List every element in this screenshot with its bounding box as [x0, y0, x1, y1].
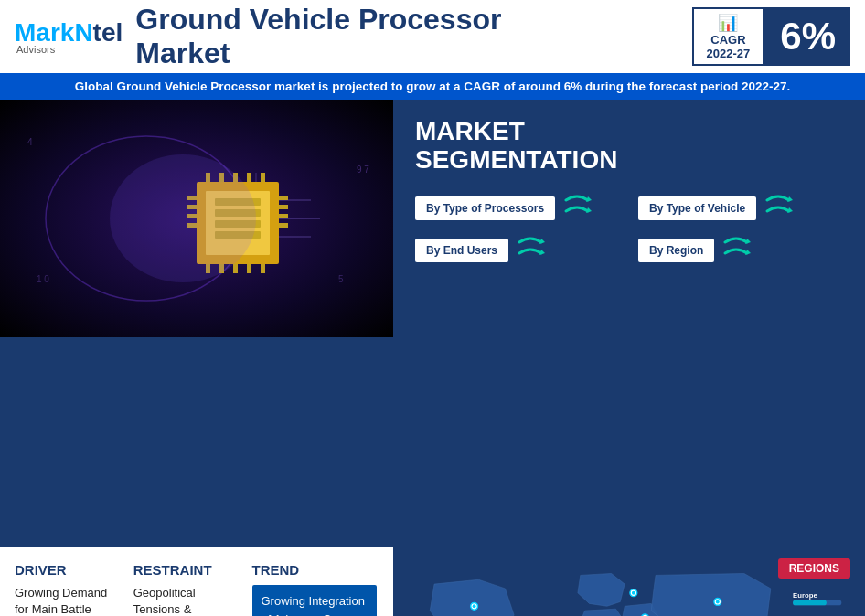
bottom-area: DRIVER Growing Demand for Main Battle Ta…	[0, 547, 865, 616]
driver-title: DRIVER	[15, 562, 119, 578]
trend-title: TREND	[252, 562, 378, 578]
seg-item-processors: By Type of Processors	[415, 193, 620, 224]
cagr-inner: 📊 CAGR 2022-27	[692, 7, 764, 66]
driver-text: Growing Demand for Main Battle Tanks	[15, 585, 119, 616]
banner: Global Ground Vehicle Processor market i…	[0, 73, 865, 100]
regions-badge: REGIONS	[778, 558, 850, 579]
svg-rect-14	[279, 214, 288, 218]
logo-advisors: Advisors	[16, 44, 123, 55]
trend-text: Growing Integration of Advance Sensors t…	[252, 585, 378, 616]
svg-rect-13	[279, 205, 288, 209]
svg-rect-19	[247, 173, 251, 182]
chip-image-area: 4 9 7 1 0 5	[0, 100, 393, 337]
cagr-percent: 6%	[765, 7, 850, 66]
svg-rect-23	[233, 264, 238, 273]
seg-item-vehicle: By Type of Vehicle	[638, 193, 843, 224]
chip-visual: 4 9 7 1 0 5	[0, 100, 393, 337]
svg-rect-15	[279, 223, 288, 228]
svg-rect-25	[261, 264, 265, 273]
seg-tag-processors[interactable]: By Type of Processors	[415, 196, 555, 220]
main-content: 4 9 7 1 0 5 MARKET SEGMENTATION By Type …	[0, 100, 865, 547]
segment-area: MARKET SEGMENTATION By Type of Processor…	[393, 100, 865, 547]
seg-tag-region[interactable]: By Region	[638, 239, 714, 262]
seg-arrow-endusers	[516, 235, 545, 266]
segmentation-grid: By Type of Processors By Type of Vehicle	[415, 193, 843, 266]
svg-point-30	[110, 154, 256, 282]
title-area: Ground Vehicle Processor Market	[135, 3, 691, 70]
restraint-text: Geopolitical Tensions & Imposed Sanction…	[133, 585, 238, 616]
svg-rect-24	[247, 264, 251, 273]
trend-column: TREND Growing Integration of Advance Sen…	[245, 562, 385, 616]
svg-rect-20	[261, 173, 265, 182]
cagr-box: 📊 CAGR 2022-27 6%	[692, 7, 850, 66]
main-title: Ground Vehicle Processor Market	[135, 3, 691, 70]
svg-text:1 0: 1 0	[37, 274, 49, 284]
svg-text:5: 5	[338, 274, 344, 284]
svg-point-49	[716, 600, 720, 604]
restraint-column: RESTRAINT Geopolitical Tensions & Impose…	[126, 562, 245, 616]
svg-rect-12	[279, 196, 288, 200]
map-area: REGIONS	[393, 547, 865, 616]
seg-arrow-processors	[562, 193, 592, 224]
seg-tag-vehicle[interactable]: By Type of Vehicle	[638, 196, 756, 220]
seg-arrow-vehicle	[764, 193, 793, 224]
driver-column: DRIVER Growing Demand for Main Battle Ta…	[15, 562, 126, 616]
logo: MarkNtel Advisors	[15, 18, 123, 55]
seg-arrow-region	[721, 235, 751, 266]
seg-tag-endusers[interactable]: By End Users	[415, 239, 508, 262]
seg-item-endusers: By End Users	[415, 235, 620, 266]
seg-item-region: By Region	[638, 235, 843, 266]
logo-mark: Mark	[15, 18, 74, 47]
header: MarkNtel Advisors Ground Vehicle Process…	[0, 0, 865, 73]
drt-section: DRIVER Growing Demand for Main Battle Ta…	[0, 547, 393, 616]
svg-text:Europe: Europe	[793, 591, 817, 600]
brain-circuit-svg: 4 9 7 1 0 5	[0, 100, 393, 337]
logo-ntel: N	[74, 18, 92, 47]
cagr-years: 2022-27	[707, 47, 751, 60]
svg-text:4: 4	[27, 137, 33, 147]
segmentation-title: MARKET SEGMENTATION	[415, 118, 843, 175]
restraint-title: RESTRAINT	[133, 562, 238, 578]
svg-text:9 7: 9 7	[357, 165, 369, 175]
cagr-label: CAGR	[710, 33, 745, 47]
cagr-icon: 📊	[718, 13, 738, 33]
svg-rect-59	[793, 600, 827, 606]
svg-point-47	[632, 591, 635, 595]
svg-point-45	[473, 604, 476, 608]
